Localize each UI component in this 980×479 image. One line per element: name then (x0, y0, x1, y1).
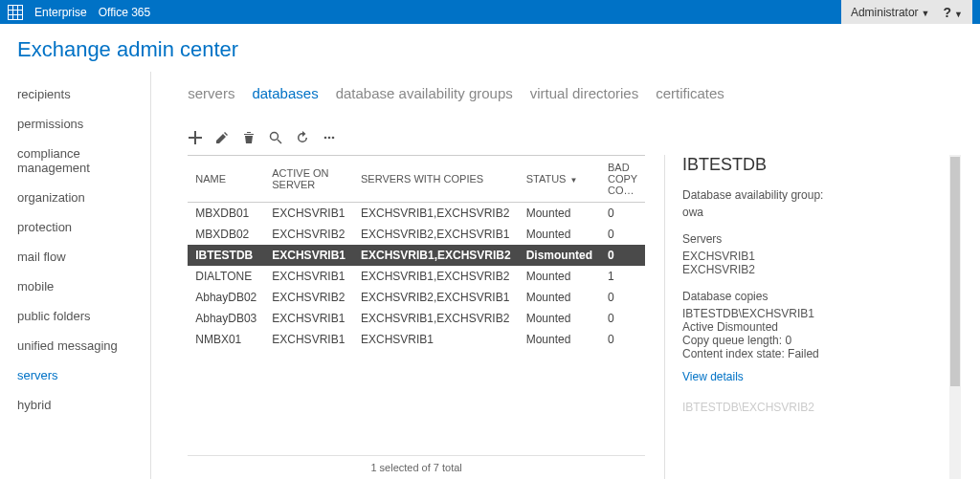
svg-rect-4 (9, 11, 12, 14)
cell-name: MBXDB02 (188, 224, 264, 245)
leftnav-item-permissions[interactable]: permissions (0, 109, 150, 139)
col-status[interactable]: STATUS▼ (519, 156, 600, 203)
leftnav-item-servers[interactable]: servers (0, 360, 150, 390)
scrollbar[interactable] (949, 155, 961, 479)
more-icon[interactable] (322, 130, 337, 145)
caret-down-icon: ▼ (922, 9, 930, 18)
server-2: EXCHSVRIB2 (682, 263, 947, 276)
waffle-icon[interactable] (8, 5, 23, 20)
cell-active: EXCHSVRIB1 (264, 266, 353, 287)
databases-table: NAME ACTIVE ON SERVER SERVERS WITH COPIE… (188, 155, 645, 350)
table-row[interactable]: AbhayDB03EXCHSVRIB1EXCHSVRIB1,EXCHSVRIB2… (188, 308, 645, 329)
table-row[interactable]: MBXDB02EXCHSVRIB2EXCHSVRIB2,EXCHSVRIB1Mo… (188, 224, 645, 245)
cell-status: Dismounted (519, 245, 600, 266)
cell-bad: 0 (600, 308, 645, 329)
cell-status: Mounted (519, 287, 600, 308)
copy-index: Content index state: Failed (682, 347, 947, 360)
tab-servers[interactable]: servers (188, 85, 234, 101)
table-row[interactable]: NMBX01EXCHSVRIB1EXCHSVRIB1Mounted0 (188, 329, 645, 350)
copy-name: IBTESTDB\EXCHSVRIB1 (682, 307, 947, 320)
content-row: NAME ACTIVE ON SERVER SERVERS WITH COPIE… (188, 155, 961, 479)
copy-status: Active Dismounted (682, 320, 947, 334)
details-title: IBTESTDB (682, 155, 947, 175)
cell-bad: 0 (600, 287, 645, 308)
cell-active: EXCHSVRIB1 (264, 329, 353, 350)
tab-certificates[interactable]: certificates (656, 85, 724, 101)
col-active-on[interactable]: ACTIVE ON SERVER (264, 156, 353, 203)
svg-rect-8 (13, 15, 17, 19)
cell-status: Mounted (519, 224, 600, 245)
scrollbar-thumb[interactable] (950, 157, 960, 386)
col-name[interactable]: NAME (188, 156, 264, 203)
col-status-label: STATUS (526, 173, 567, 185)
tab-database-availability-groups[interactable]: database availability groups (336, 85, 513, 101)
delete-icon[interactable] (241, 130, 256, 145)
svg-point-13 (332, 137, 335, 140)
dag-value: owa (682, 206, 947, 219)
svg-rect-7 (9, 15, 12, 19)
admin-menu[interactable]: Administrator▼ (851, 6, 930, 19)
leftnav-item-organization[interactable]: organization (0, 183, 150, 212)
svg-point-10 (271, 133, 278, 141)
table-row[interactable]: AbhayDB02EXCHSVRIB2EXCHSVRIB2,EXCHSVRIB1… (188, 287, 645, 308)
cell-active: EXCHSVRIB1 (264, 308, 353, 329)
svg-rect-3 (18, 6, 22, 10)
main: serversdatabasesdatabase availability gr… (151, 72, 980, 479)
link-office365[interactable]: Office 365 (99, 6, 150, 19)
edit-icon[interactable] (214, 130, 230, 145)
help-icon[interactable]: ?▼ (944, 5, 963, 20)
leftnav-item-unified-messaging[interactable]: unified messaging (0, 331, 150, 360)
cell-active: EXCHSVRIB2 (264, 224, 353, 245)
cell-name: NMBX01 (188, 329, 264, 350)
cell-active: EXCHSVRIB1 (264, 203, 353, 225)
caret-down-icon: ▼ (954, 10, 963, 19)
svg-rect-5 (13, 11, 17, 14)
svg-point-12 (328, 137, 331, 140)
server-1: EXCHSVRIB1 (682, 250, 947, 263)
cell-active: EXCHSVRIB2 (264, 287, 353, 308)
svg-point-11 (324, 137, 327, 140)
search-icon[interactable] (268, 130, 283, 145)
link-enterprise[interactable]: Enterprise (34, 6, 87, 19)
cell-name: AbhayDB02 (188, 287, 264, 308)
cell-copies: EXCHSVRIB2,EXCHSVRIB1 (353, 224, 519, 245)
leftnav-item-mail-flow[interactable]: mail flow (0, 242, 150, 272)
table-row[interactable]: DIALTONEEXCHSVRIB1EXCHSVRIB1,EXCHSVRIB2M… (188, 266, 645, 287)
col-servers-copies[interactable]: SERVERS WITH COPIES (353, 156, 519, 203)
selection-status: 1 selected of 7 total (188, 455, 645, 479)
leftnav-item-compliance-management[interactable]: compliance management (0, 139, 150, 183)
cell-bad: 0 (600, 203, 645, 225)
table-wrap: NAME ACTIVE ON SERVER SERVERS WITH COPIE… (188, 155, 645, 479)
table-header-row: NAME ACTIVE ON SERVER SERVERS WITH COPIE… (188, 156, 645, 203)
tabs: serversdatabasesdatabase availability gr… (188, 85, 961, 101)
topbar-left: Enterprise Office 365 (8, 5, 150, 20)
cell-copies: EXCHSVRIB1,EXCHSVRIB2 (353, 245, 519, 266)
cell-status: Mounted (519, 203, 600, 225)
leftnav-item-hybrid[interactable]: hybrid (0, 390, 150, 420)
table-row[interactable]: IBTESTDBEXCHSVRIB1EXCHSVRIB1,EXCHSVRIB2D… (188, 245, 645, 266)
page-title: Exchange admin center (0, 24, 980, 72)
tab-databases[interactable]: databases (252, 85, 318, 101)
refresh-icon[interactable] (295, 130, 310, 145)
cell-name: AbhayDB03 (188, 308, 264, 329)
leftnav-item-mobile[interactable]: mobile (0, 272, 150, 301)
cell-status: Mounted (519, 329, 600, 350)
leftnav-item-recipients[interactable]: recipients (0, 79, 150, 109)
cell-status: Mounted (519, 266, 600, 287)
cell-status: Mounted (519, 308, 600, 329)
view-details-link[interactable]: View details (682, 370, 744, 383)
table-row[interactable]: MBXDB01EXCHSVRIB1EXCHSVRIB1,EXCHSVRIB2Mo… (188, 203, 645, 225)
leftnav-item-public-folders[interactable]: public folders (0, 301, 150, 331)
leftnav-item-protection[interactable]: protection (0, 212, 150, 242)
cell-name: MBXDB01 (188, 203, 264, 225)
dag-label: Database availability group: (682, 188, 947, 202)
cell-active: EXCHSVRIB1 (264, 245, 353, 266)
copies-label: Database copies (682, 290, 947, 303)
copy-queue: Copy queue length: 0 (682, 334, 947, 347)
admin-label: Administrator (851, 6, 919, 19)
tab-virtual-directories[interactable]: virtual directories (530, 85, 638, 101)
add-icon[interactable] (188, 130, 203, 145)
col-bad-copy[interactable]: BAD COPY CO… (600, 156, 645, 203)
cell-bad: 1 (600, 266, 645, 287)
cell-copies: EXCHSVRIB1,EXCHSVRIB2 (353, 266, 519, 287)
